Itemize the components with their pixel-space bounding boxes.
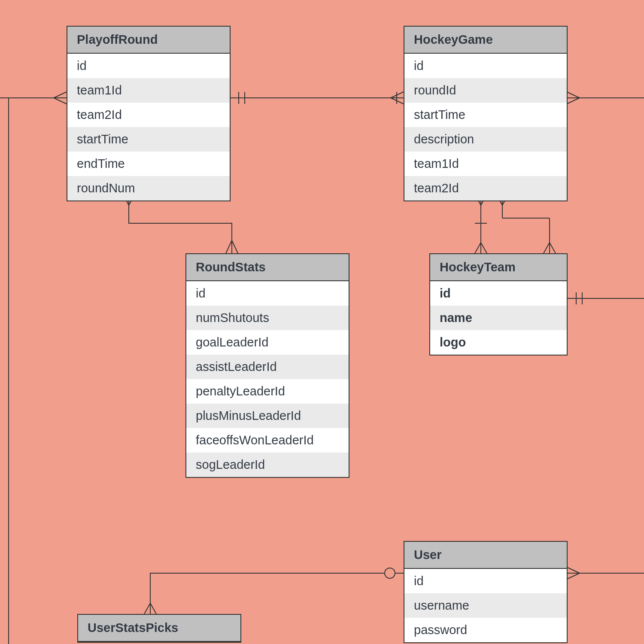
field: roundId	[404, 78, 567, 103]
svg-line-33	[144, 603, 150, 614]
entity-round-stats: RoundStats id numShutouts goalLeaderId a…	[185, 253, 349, 478]
svg-line-8	[54, 98, 67, 104]
field: password	[404, 618, 567, 642]
entity-title: RoundStats	[186, 254, 349, 281]
field: numShutouts	[186, 306, 349, 330]
svg-line-11	[567, 98, 580, 104]
field: startTime	[404, 103, 567, 127]
svg-line-3	[391, 92, 404, 98]
svg-line-36	[567, 567, 580, 573]
field: id	[404, 54, 567, 78]
entity-title: HockeyGame	[404, 27, 567, 54]
field: endTime	[67, 152, 230, 176]
field: id	[186, 281, 349, 306]
field: goalLeaderId	[186, 330, 349, 355]
svg-point-32	[385, 568, 395, 578]
entity-user: User id username password	[404, 541, 568, 643]
entity-hockey-game: HockeyGame id roundId startTime descript…	[404, 26, 568, 201]
field: penaltyLeaderId	[186, 379, 349, 404]
field: startTime	[67, 127, 230, 152]
field: team1Id	[404, 152, 567, 176]
svg-line-37	[567, 573, 580, 579]
entity-hockey-team: HockeyTeam id name logo	[429, 253, 568, 355]
entity-title: UserStatsPicks	[78, 615, 240, 642]
svg-line-7	[54, 92, 67, 98]
entity-title: User	[404, 542, 567, 569]
svg-line-4	[391, 98, 404, 104]
field: faceoffsWonLeaderId	[186, 428, 349, 453]
field: username	[404, 593, 567, 618]
field: roundNum	[67, 176, 230, 200]
field: id	[430, 281, 567, 306]
svg-line-19	[475, 243, 481, 253]
field: description	[404, 127, 567, 152]
field: name	[430, 306, 567, 330]
field: team2Id	[404, 176, 567, 200]
svg-line-20	[481, 243, 487, 253]
entity-user-stats-picks: UserStatsPicks	[77, 614, 241, 643]
field: plusMinusLeaderId	[186, 404, 349, 428]
svg-line-25	[544, 243, 550, 253]
svg-line-13	[232, 240, 238, 253]
svg-line-10	[567, 92, 580, 98]
svg-line-26	[550, 243, 556, 253]
entity-title: HockeyTeam	[430, 254, 567, 281]
field: team2Id	[67, 103, 230, 127]
er-diagram: PlayoffRound id team1Id team2Id startTim…	[0, 0, 644, 644]
svg-line-12	[226, 240, 232, 253]
svg-line-34	[150, 603, 156, 614]
field: sogLeaderId	[186, 453, 349, 477]
entity-playoff-round: PlayoffRound id team1Id team2Id startTim…	[67, 26, 231, 201]
field: team1Id	[67, 78, 230, 103]
field: id	[67, 54, 230, 78]
field: id	[404, 569, 567, 593]
field: assistLeaderId	[186, 355, 349, 379]
entity-title: PlayoffRound	[67, 27, 230, 54]
field: logo	[430, 330, 567, 355]
